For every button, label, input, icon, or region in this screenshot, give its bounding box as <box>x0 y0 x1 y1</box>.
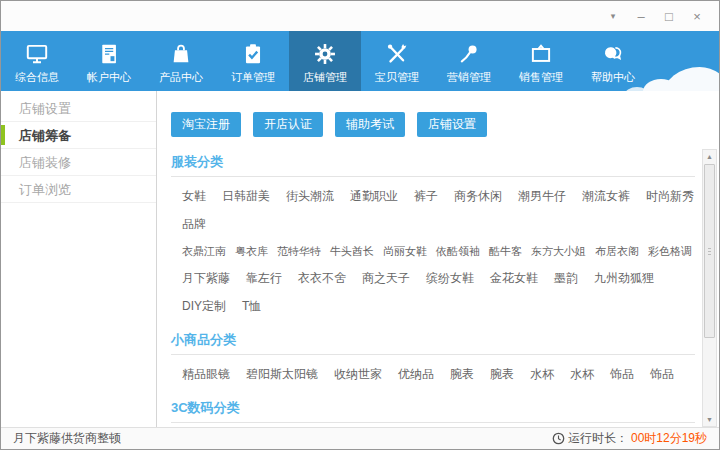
category-link[interactable]: 腕表 <box>450 366 474 383</box>
category-link[interactable]: T恤 <box>242 298 261 315</box>
category-link[interactable]: 靠左行 <box>246 270 282 287</box>
section-title: 服装分类 <box>171 153 695 177</box>
maximize-button[interactable]: □ <box>655 5 683 27</box>
category-link[interactable]: 衣衣不舍 <box>298 270 346 287</box>
category-link[interactable]: 缤纷女鞋 <box>426 270 474 287</box>
category-link[interactable]: 水杯 <box>530 366 554 383</box>
microphone-icon <box>456 40 482 68</box>
category-link[interactable]: 粤衣库 <box>235 244 268 259</box>
assist-exam-button[interactable]: 辅助考试 <box>335 112 405 137</box>
status-message: 月下紫藤供货商整顿 <box>13 430 121 447</box>
category-link[interactable]: 潮流女裤 <box>582 188 630 205</box>
chat-bubbles-icon <box>600 40 626 68</box>
category-link[interactable]: 腕表 <box>490 366 514 383</box>
monitor-icon <box>24 40 50 68</box>
main-toolbar: 综合信息帐户中心产品中心订单管理店铺管理宝贝管理营销管理销售管理帮助中心 <box>1 31 719 91</box>
toolbar-item-label: 营销管理 <box>447 70 491 85</box>
app-window: ▾–□× 综合信息帐户中心产品中心订单管理店铺管理宝贝管理营销管理销售管理帮助中… <box>0 0 720 450</box>
toolbar-item-account-center[interactable]: 帐户中心 <box>73 31 145 91</box>
category-link[interactable]: 月下紫藤 <box>182 270 230 287</box>
category-link[interactable]: 东方大小姐 <box>531 244 586 259</box>
close-button[interactable]: × <box>683 5 711 27</box>
category-sections: 服装分类女鞋日韩甜美街头潮流通勤职业裤子商务休闲潮男牛仔潮流女裤时尚新秀品牌衣鼎… <box>171 153 695 427</box>
id-document-icon <box>96 40 122 68</box>
minimize-icon: – <box>637 9 644 24</box>
scroll-up-icon[interactable]: ▲ <box>703 150 716 163</box>
toolbar-item-marketing-management[interactable]: 营销管理 <box>433 31 505 91</box>
category-link[interactable]: 衣鼎江南 <box>182 244 226 259</box>
toolbar-item-sales-management[interactable]: 销售管理 <box>505 31 577 91</box>
category-link[interactable]: 布居衣阁 <box>595 244 639 259</box>
category-link[interactable]: 饰品 <box>610 366 634 383</box>
clipboard-icon <box>240 40 266 68</box>
toolbar-item-label: 宝贝管理 <box>375 70 419 85</box>
shopping-bag-icon <box>168 40 194 68</box>
sidebar-item-shop-preparation[interactable]: 店铺筹备 <box>1 122 156 149</box>
toolbar-item-item-management[interactable]: 宝贝管理 <box>361 31 433 91</box>
category-link[interactable]: 水杯 <box>570 366 594 383</box>
category-link[interactable]: 墨韵 <box>554 270 578 287</box>
toolbar-item-help-center[interactable]: 帮助中心 <box>577 31 649 91</box>
sidebar-item-order-browse[interactable]: 订单浏览 <box>1 176 156 203</box>
category-link[interactable]: 金花女鞋 <box>490 270 538 287</box>
runtime-value: 00时12分19秒 <box>631 430 707 447</box>
category-link[interactable]: 潮男牛仔 <box>518 188 566 205</box>
category-link[interactable]: 饰品 <box>650 366 674 383</box>
toolbar-item-label: 综合信息 <box>15 70 59 85</box>
category-link[interactable]: 碧阳斯太阳镜 <box>246 366 318 383</box>
category-link[interactable]: 依酷领袖 <box>436 244 480 259</box>
chevron-down-icon: ▾ <box>611 11 616 21</box>
titlebar: ▾–□× <box>1 1 719 31</box>
toolbar-item-product-center[interactable]: 产品中心 <box>145 31 217 91</box>
sidebar: 店铺设置店铺筹备店铺装修订单浏览 <box>1 91 157 427</box>
tools-icon <box>384 40 410 68</box>
category-link[interactable]: 女鞋 <box>182 188 206 205</box>
category-link[interactable]: 牛头酋长 <box>330 244 374 259</box>
category-link[interactable]: 通勤职业 <box>350 188 398 205</box>
category-link[interactable]: 范特华特 <box>277 244 321 259</box>
toolbar-item-label: 销售管理 <box>519 70 563 85</box>
category-link[interactable]: 收纳世家 <box>334 366 382 383</box>
content-area: 淘宝注册开店认证辅助考试店铺设置 服装分类女鞋日韩甜美街头潮流通勤职业裤子商务休… <box>157 91 719 427</box>
category-link-row: 衣鼎江南粤衣库范特华特牛头酋长尚丽女鞋依酷领袖酷牛客东方大小姐布居衣阁彩色格调雅… <box>171 244 695 259</box>
vertical-scrollbar[interactable]: ▲ ▼ <box>702 149 717 427</box>
taobao-register-button[interactable]: 淘宝注册 <box>171 112 241 137</box>
category-link[interactable]: 精品眼镜 <box>182 366 230 383</box>
category-link-row: 精品眼镜碧阳斯太阳镜收纳世家优纳品腕表腕表水杯水杯饰品饰品 <box>171 366 695 383</box>
shop-settings-button[interactable]: 店铺设置 <box>417 112 487 137</box>
toolbar-item-order-management[interactable]: 订单管理 <box>217 31 289 91</box>
category-link[interactable]: 九州劲狐狸 <box>594 270 654 287</box>
category-link[interactable]: 街头潮流 <box>286 188 334 205</box>
toolbar-item-general-info[interactable]: 综合信息 <box>1 31 73 91</box>
category-link[interactable]: 尚丽女鞋 <box>383 244 427 259</box>
toolbar-item-label: 订单管理 <box>231 70 275 85</box>
category-link[interactable]: 日韩甜美 <box>222 188 270 205</box>
scroll-down-icon[interactable]: ▼ <box>703 413 716 426</box>
category-link[interactable]: 时尚新秀 <box>646 188 694 205</box>
category-link[interactable]: 优纳品 <box>398 366 434 383</box>
sidebar-item-shop-decoration[interactable]: 店铺装修 <box>1 149 156 176</box>
category-link-row: DIY定制T恤 <box>171 298 695 315</box>
section-title: 3C数码分类 <box>171 399 695 423</box>
toolbar-item-label: 产品中心 <box>159 70 203 85</box>
window-controls: ▾–□× <box>599 5 711 27</box>
category-link[interactable]: 商务休闲 <box>454 188 502 205</box>
skin-menu-button[interactable]: ▾ <box>599 5 627 27</box>
toolbar-item-shop-management[interactable]: 店铺管理 <box>289 31 361 91</box>
category-link[interactable]: 酷牛客 <box>489 244 522 259</box>
category-link[interactable]: 裤子 <box>414 188 438 205</box>
category-link[interactable]: DIY定制 <box>182 298 226 315</box>
runtime-label: 运行时长： <box>568 430 628 447</box>
scrollbar-thumb[interactable] <box>704 164 715 338</box>
maximize-icon: □ <box>665 9 673 24</box>
category-link[interactable]: 商之天子 <box>362 270 410 287</box>
category-link[interactable]: 品牌 <box>182 216 206 233</box>
category-link-row: 女鞋日韩甜美街头潮流通勤职业裤子商务休闲潮男牛仔潮流女裤时尚新秀 <box>171 188 695 205</box>
shop-certification-button[interactable]: 开店认证 <box>253 112 323 137</box>
minimize-button[interactable]: – <box>627 5 655 27</box>
storefront-sign-icon <box>528 40 554 68</box>
clock-icon <box>552 432 565 445</box>
sidebar-item-shop-settings[interactable]: 店铺设置 <box>1 95 156 122</box>
category-link[interactable]: 彩色格调 <box>648 244 692 259</box>
category-link-row: 品牌 <box>171 216 695 233</box>
